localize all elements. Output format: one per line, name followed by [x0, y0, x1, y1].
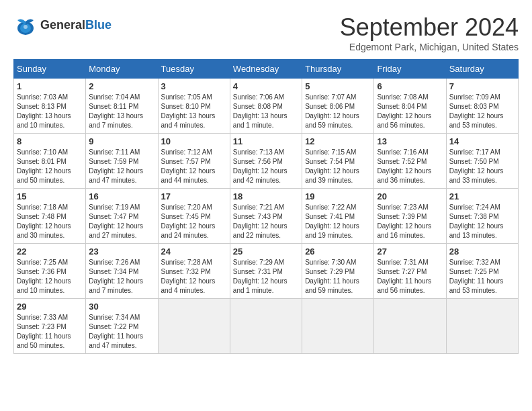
table-row: 4Sunrise: 7:06 AMSunset: 8:08 PMDaylight… — [230, 79, 302, 134]
day-info: Sunrise: 7:31 AMSunset: 7:27 PMDaylight:… — [377, 258, 443, 295]
table-row: 22Sunrise: 7:25 AMSunset: 7:36 PMDayligh… — [14, 244, 86, 299]
day-info: Sunrise: 7:10 AMSunset: 8:01 PMDaylight:… — [17, 148, 83, 185]
day-number: 27 — [377, 246, 443, 257]
day-number: 4 — [233, 81, 299, 91]
table-row: 21Sunrise: 7:24 AMSunset: 7:38 PMDayligh… — [446, 189, 518, 244]
calendar-week-4: 22Sunrise: 7:25 AMSunset: 7:36 PMDayligh… — [14, 244, 519, 299]
page-header: GeneralBlue September 2024 Edgemont Park… — [13, 13, 519, 52]
day-info: Sunrise: 7:15 AMSunset: 7:54 PMDaylight:… — [305, 148, 371, 185]
day-info: Sunrise: 7:16 AMSunset: 7:52 PMDaylight:… — [377, 148, 443, 185]
day-info: Sunrise: 7:18 AMSunset: 7:48 PMDaylight:… — [17, 203, 83, 240]
table-row: 3Sunrise: 7:05 AMSunset: 8:10 PMDaylight… — [158, 79, 230, 134]
calendar-header-row: Sunday Monday Tuesday Wednesday Thursday… — [14, 60, 519, 79]
day-info: Sunrise: 7:25 AMSunset: 7:36 PMDaylight:… — [17, 258, 83, 295]
day-info: Sunrise: 7:34 AMSunset: 7:22 PMDaylight:… — [89, 313, 154, 351]
day-number: 2 — [89, 81, 154, 91]
table-row: 23Sunrise: 7:26 AMSunset: 7:34 PMDayligh… — [86, 244, 158, 299]
table-row: 27Sunrise: 7:31 AMSunset: 7:27 PMDayligh… — [374, 244, 446, 299]
table-row: 8Sunrise: 7:10 AMSunset: 8:01 PMDaylight… — [14, 134, 86, 189]
day-number: 10 — [161, 136, 227, 146]
day-info: Sunrise: 7:24 AMSunset: 7:38 PMDaylight:… — [449, 203, 515, 240]
day-number: 1 — [17, 81, 83, 91]
table-row: 15Sunrise: 7:18 AMSunset: 7:48 PMDayligh… — [14, 189, 86, 244]
day-number: 15 — [17, 191, 83, 201]
header-thursday: Thursday — [302, 60, 374, 79]
table-row: 29Sunrise: 7:33 AMSunset: 7:23 PMDayligh… — [14, 299, 86, 354]
day-number: 20 — [377, 191, 443, 201]
day-number: 19 — [305, 191, 371, 201]
table-row: 5Sunrise: 7:07 AMSunset: 8:06 PMDaylight… — [302, 79, 374, 134]
day-number: 25 — [233, 246, 299, 257]
table-row: 30Sunrise: 7:34 AMSunset: 7:22 PMDayligh… — [86, 299, 158, 354]
logo-general: General — [40, 18, 85, 32]
day-number: 16 — [89, 191, 154, 201]
title-area: September 2024 Edgemont Park, Michigan, … — [340, 13, 519, 52]
day-number: 7 — [449, 81, 515, 91]
day-info: Sunrise: 7:23 AMSunset: 7:39 PMDaylight:… — [377, 203, 443, 240]
table-row: 26Sunrise: 7:30 AMSunset: 7:29 PMDayligh… — [302, 244, 374, 299]
table-row: 19Sunrise: 7:22 AMSunset: 7:41 PMDayligh… — [302, 189, 374, 244]
day-number: 24 — [161, 246, 227, 257]
day-number: 6 — [377, 81, 443, 91]
table-row: 10Sunrise: 7:12 AMSunset: 7:57 PMDayligh… — [158, 134, 230, 189]
table-row: 12Sunrise: 7:15 AMSunset: 7:54 PMDayligh… — [302, 134, 374, 189]
day-info: Sunrise: 7:28 AMSunset: 7:32 PMDaylight:… — [161, 258, 227, 295]
day-number: 29 — [17, 302, 83, 312]
day-info: Sunrise: 7:30 AMSunset: 7:29 PMDaylight:… — [305, 258, 371, 295]
table-row: 13Sunrise: 7:16 AMSunset: 7:52 PMDayligh… — [374, 134, 446, 189]
logo-blue: Blue — [85, 18, 112, 32]
day-number: 22 — [17, 246, 83, 257]
calendar-week-2: 8Sunrise: 7:10 AMSunset: 8:01 PMDaylight… — [14, 134, 519, 189]
day-info: Sunrise: 7:07 AMSunset: 8:06 PMDaylight:… — [305, 93, 371, 130]
location: Edgemont Park, Michigan, United States — [340, 42, 519, 52]
day-info: Sunrise: 7:17 AMSunset: 7:50 PMDaylight:… — [449, 148, 515, 185]
day-info: Sunrise: 7:03 AMSunset: 8:13 PMDaylight:… — [17, 93, 83, 130]
day-number: 5 — [305, 81, 371, 91]
day-number: 18 — [233, 191, 299, 201]
day-info: Sunrise: 7:13 AMSunset: 7:56 PMDaylight:… — [233, 148, 299, 185]
calendar-week-1: 1Sunrise: 7:03 AMSunset: 8:13 PMDaylight… — [14, 79, 519, 134]
calendar-week-3: 15Sunrise: 7:18 AMSunset: 7:48 PMDayligh… — [14, 189, 519, 244]
table-row: 24Sunrise: 7:28 AMSunset: 7:32 PMDayligh… — [158, 244, 230, 299]
svg-point-2 — [24, 25, 28, 29]
day-number: 26 — [305, 246, 371, 257]
header-sunday: Sunday — [14, 60, 86, 79]
day-number: 30 — [89, 302, 154, 312]
table-row: 2Sunrise: 7:04 AMSunset: 8:11 PMDaylight… — [86, 79, 158, 134]
table-row: 11Sunrise: 7:13 AMSunset: 7:56 PMDayligh… — [230, 134, 302, 189]
day-number: 13 — [377, 136, 443, 146]
day-info: Sunrise: 7:21 AMSunset: 7:43 PMDaylight:… — [233, 203, 299, 240]
table-row: 28Sunrise: 7:32 AMSunset: 7:25 PMDayligh… — [446, 244, 518, 299]
day-number: 9 — [89, 136, 154, 146]
logo: GeneralBlue — [13, 13, 112, 38]
table-row — [446, 299, 518, 354]
day-info: Sunrise: 7:22 AMSunset: 7:41 PMDaylight:… — [305, 203, 371, 240]
day-info: Sunrise: 7:32 AMSunset: 7:25 PMDaylight:… — [449, 258, 515, 295]
header-saturday: Saturday — [446, 60, 518, 79]
day-number: 3 — [161, 81, 227, 91]
table-row: 18Sunrise: 7:21 AMSunset: 7:43 PMDayligh… — [230, 189, 302, 244]
day-number: 28 — [449, 246, 515, 257]
calendar-week-5: 29Sunrise: 7:33 AMSunset: 7:23 PMDayligh… — [14, 299, 519, 354]
header-tuesday: Tuesday — [158, 60, 230, 79]
day-info: Sunrise: 7:19 AMSunset: 7:47 PMDaylight:… — [89, 203, 154, 240]
table-row: 17Sunrise: 7:20 AMSunset: 7:45 PMDayligh… — [158, 189, 230, 244]
table-row: 16Sunrise: 7:19 AMSunset: 7:47 PMDayligh… — [86, 189, 158, 244]
day-number: 21 — [449, 191, 515, 201]
table-row: 25Sunrise: 7:29 AMSunset: 7:31 PMDayligh… — [230, 244, 302, 299]
header-monday: Monday — [86, 60, 158, 79]
header-wednesday: Wednesday — [230, 60, 302, 79]
day-info: Sunrise: 7:11 AMSunset: 7:59 PMDaylight:… — [89, 148, 154, 185]
day-number: 11 — [233, 136, 299, 146]
day-info: Sunrise: 7:33 AMSunset: 7:23 PMDaylight:… — [17, 313, 83, 351]
month-title: September 2024 — [340, 13, 519, 42]
table-row — [230, 299, 302, 354]
header-friday: Friday — [374, 60, 446, 79]
day-info: Sunrise: 7:29 AMSunset: 7:31 PMDaylight:… — [233, 258, 299, 295]
day-info: Sunrise: 7:04 AMSunset: 8:11 PMDaylight:… — [89, 93, 154, 130]
calendar-table: Sunday Monday Tuesday Wednesday Thursday… — [13, 59, 519, 354]
day-number: 12 — [305, 136, 371, 146]
table-row: 14Sunrise: 7:17 AMSunset: 7:50 PMDayligh… — [446, 134, 518, 189]
day-info: Sunrise: 7:26 AMSunset: 7:34 PMDaylight:… — [89, 258, 154, 295]
day-number: 23 — [89, 246, 154, 257]
